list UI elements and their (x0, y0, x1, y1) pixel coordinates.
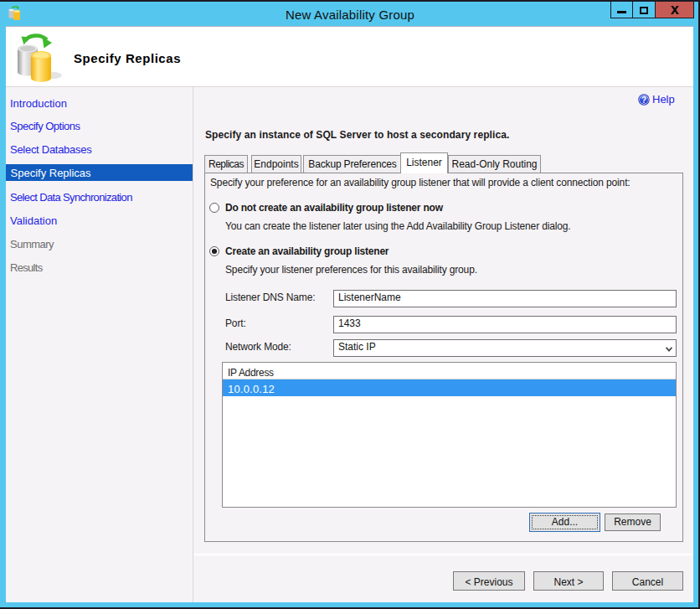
svg-text:?: ? (641, 95, 646, 104)
